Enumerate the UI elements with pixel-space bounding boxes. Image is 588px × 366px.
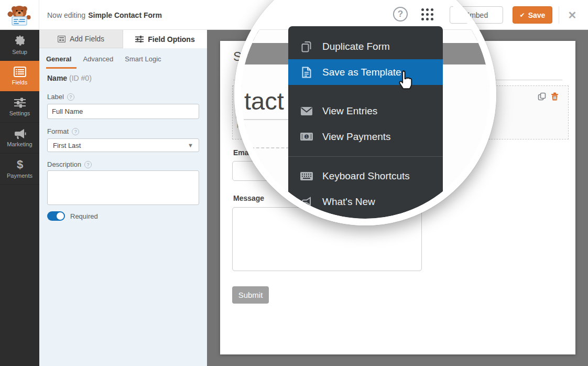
format-row: Format ? bbox=[47, 127, 79, 135]
field-meta: Name (ID #0) bbox=[47, 74, 92, 82]
subtab-smart-logic[interactable]: Smart Logic bbox=[125, 55, 161, 63]
menu-item-view-payments[interactable]: 1 View Payments bbox=[288, 124, 443, 149]
wpforms-logo bbox=[0, 0, 39, 30]
tab-add-fields[interactable]: Add Fields bbox=[39, 30, 123, 48]
template-icon bbox=[300, 67, 313, 78]
magnified-title-fragment: tact bbox=[244, 87, 284, 115]
required-row: Required bbox=[47, 211, 98, 221]
subtab-advanced[interactable]: Advanced bbox=[83, 55, 113, 63]
duplicate-icon bbox=[300, 41, 313, 52]
format-select[interactable]: First Last ▼ bbox=[47, 138, 199, 152]
close-icon[interactable]: ✕ bbox=[565, 8, 580, 23]
label-help-icon[interactable]: ? bbox=[67, 93, 74, 101]
dollar-icon: $ bbox=[16, 159, 24, 170]
top-bar: Now editingSimple Contact Form ? Embed ✔… bbox=[0, 0, 588, 30]
save-check-icon: ✔ bbox=[520, 12, 525, 19]
sidebar-item-settings[interactable]: Settings bbox=[0, 92, 39, 123]
email-label: Email bbox=[233, 148, 253, 157]
panel-tabs: Add Fields Field Options bbox=[39, 30, 207, 48]
description-textarea[interactable] bbox=[47, 170, 199, 205]
format-help-icon[interactable]: ? bbox=[72, 128, 79, 135]
help-icon[interactable]: ? bbox=[393, 7, 408, 21]
required-toggle[interactable] bbox=[47, 211, 65, 221]
message-textarea[interactable] bbox=[232, 207, 422, 271]
megaphone-icon bbox=[14, 128, 26, 139]
magnified-title-divider bbox=[241, 119, 291, 120]
entries-icon bbox=[300, 107, 313, 115]
menu-item-save-as-template[interactable]: Save as Template bbox=[288, 59, 443, 85]
gear-icon bbox=[14, 35, 26, 47]
sidebar-item-fields[interactable]: Fields bbox=[0, 61, 39, 92]
field-id: (ID #0) bbox=[69, 74, 92, 82]
label-input[interactable] bbox=[47, 104, 199, 119]
bear-mascot-icon bbox=[7, 4, 31, 27]
payments-icon: 1 bbox=[300, 133, 313, 141]
message-label: Message bbox=[233, 194, 264, 202]
save-button[interactable]: ✔ Save bbox=[513, 6, 552, 24]
required-label: Required bbox=[70, 212, 98, 220]
builder-sidebar: Setup Fields Settings Marketing $ Paymen… bbox=[0, 30, 39, 366]
form-fields-icon bbox=[14, 67, 26, 77]
menu-item-keyboard-shortcuts[interactable]: Keyboard Shortcuts bbox=[288, 163, 443, 189]
option-subtabs: General Advanced Smart Logic bbox=[39, 48, 207, 70]
subtab-general[interactable]: General bbox=[46, 55, 71, 63]
tab-field-options[interactable]: Field Options bbox=[123, 30, 207, 48]
embed-button[interactable]: Embed bbox=[450, 6, 503, 24]
submit-button[interactable]: Submit bbox=[232, 286, 269, 304]
add-fields-icon bbox=[58, 36, 66, 42]
menu-divider bbox=[288, 156, 443, 157]
editing-form-name: Simple Contact Form bbox=[88, 11, 162, 19]
field-options-panel: Add Fields Field Options General Advance… bbox=[39, 30, 207, 366]
description-row: Description ? bbox=[47, 160, 92, 168]
wpforms-builder: Simple Contact Form First Email Message … bbox=[0, 0, 588, 366]
description-help-icon[interactable]: ? bbox=[84, 161, 92, 168]
chevron-down-icon: ▼ bbox=[188, 142, 193, 148]
field-options-icon bbox=[135, 36, 144, 42]
topbar-separator bbox=[559, 6, 559, 24]
field-type-name: Name bbox=[47, 74, 67, 82]
active-subtab-underline bbox=[46, 67, 77, 69]
label-row: Label ? bbox=[47, 93, 74, 101]
menu-grid-icon[interactable] bbox=[421, 8, 435, 22]
svg-text:1: 1 bbox=[306, 134, 308, 139]
menu-item-duplicate-form[interactable]: Duplicate Form bbox=[288, 34, 443, 59]
sidebar-item-setup[interactable]: Setup bbox=[0, 30, 39, 61]
sidebar-item-marketing[interactable]: Marketing bbox=[0, 123, 39, 154]
trash-field-icon[interactable] bbox=[551, 92, 559, 103]
sliders-icon bbox=[14, 98, 26, 108]
now-editing-text: Now editingSimple Contact Form bbox=[47, 0, 162, 30]
form-actions-menu: Duplicate Form Save as Template View Ent… bbox=[288, 26, 443, 219]
keyboard-icon bbox=[300, 172, 313, 180]
svg-text:$: $ bbox=[16, 159, 23, 170]
menu-item-view-entries[interactable]: View Entries bbox=[288, 98, 443, 124]
sidebar-item-payments[interactable]: $ Payments bbox=[0, 154, 39, 185]
duplicate-field-icon[interactable] bbox=[538, 92, 546, 103]
